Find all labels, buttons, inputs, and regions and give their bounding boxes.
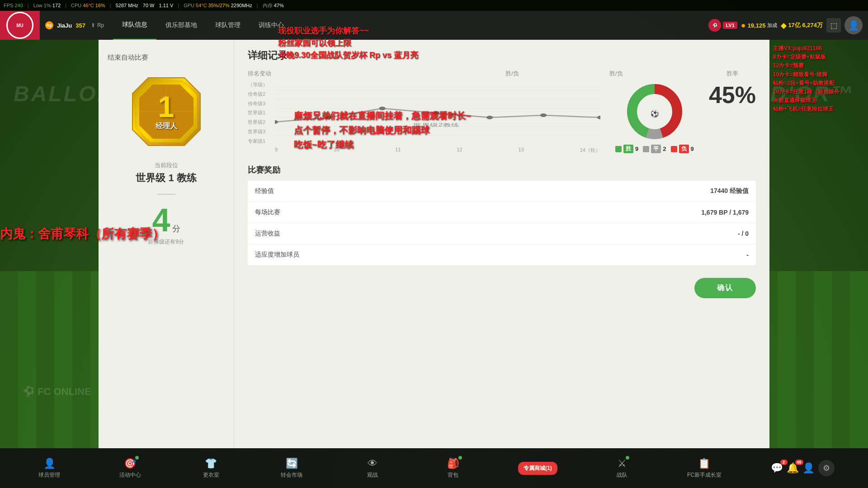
chart-svg: 世界级2教练 [275, 81, 600, 145]
reward-value-player: - [495, 244, 756, 266]
svg-point-18 [540, 113, 547, 117]
svg-point-19 [597, 116, 600, 119]
bottom-nav-player-mgmt[interactable]: 👤 球员管理 [33, 458, 65, 479]
line-chart: （等级） 传奇级2 传奇级3 世界级1 世界级2 世界级3 专家级1 [248, 81, 600, 154]
nav-menu: 球队信息 俱乐部基地 球队管理 训练中心 [104, 11, 708, 40]
reward-value-revenue: - / 0 [495, 223, 756, 244]
table-row-exp: 经验值 17440 经验值 [248, 181, 756, 202]
guild-badge-dot [626, 456, 629, 460]
chart-x-labels: 9 10 11 12 13 14（轮） [275, 147, 600, 154]
chart-section: 排名变动 胜/负 （等级） 传奇级2 传奇级3 世界级1 世界级2 世界级3 专… [248, 70, 756, 154]
right-panel: 详细记录 排名变动 胜/负 （等级） 传奇级2 传奇级3 世界级1 世界级2 [234, 40, 769, 448]
line-chart-container: 排名变动 胜/负 （等级） 传奇级2 传奇级3 世界级1 世界级2 世界级3 专… [248, 70, 600, 154]
current-rank-value: 世界级 1 教练 [136, 171, 196, 185]
spectate-icon: 👁 [368, 458, 377, 469]
low1-display: Low 1% 172 [33, 3, 61, 8]
chart-header: 排名变动 胜/负 [248, 70, 600, 78]
rank-divider [157, 194, 175, 195]
guild-icon: ⚔ [618, 458, 627, 469]
bottom-right-icons: 💬 2 🔔 45 👤 ⚙ [771, 460, 835, 476]
left-panel: 结束自动比赛 [99, 40, 234, 448]
backpack-icon: 🎒 [447, 458, 459, 469]
lv-badge-container: ⚽ LV1 [708, 19, 737, 32]
nav-menu-item-teammanage[interactable]: 球队管理 [206, 11, 250, 40]
confirm-btn-row: 确认 [248, 278, 756, 298]
bottom-nav-guild[interactable]: ⚔ 战队 [606, 458, 638, 479]
rank-badge-inner: 1 经理人 [156, 93, 177, 131]
cpu-display: CPU 46°C 16% [71, 3, 105, 8]
activity-badge-dot [135, 456, 139, 460]
rank-icon: ⚽ [708, 19, 721, 32]
winrate-value: 45% [709, 81, 756, 108]
player-mgmt-icon: 👤 [43, 458, 56, 469]
notif-badge[interactable]: 🔔 45 [787, 462, 799, 474]
fps-display: FPS 240 [4, 3, 23, 8]
transfer-icon: 🔄 [286, 458, 298, 469]
donut-legend: 胜 9 平 2 负 9 [615, 145, 694, 153]
mem-display: 内存 47% [263, 2, 284, 9]
bottom-nav-shop[interactable]: 专属商城(1) [518, 462, 557, 475]
rank-badge: 1 经理人 [130, 75, 203, 148]
bottom-nav-transfer[interactable]: 🔄 转会市场 [276, 458, 307, 479]
loss-dot [671, 146, 677, 152]
nav-menu-item-trainingcenter[interactable]: 训练中心 [250, 11, 293, 40]
loss-legend: 负 9 [671, 145, 694, 153]
nav-menu-item-teaminfo[interactable]: 球队信息 [113, 11, 156, 40]
power-display: 70 W [143, 3, 155, 8]
voltage-display: 1.11 V [159, 3, 174, 8]
reward-label-revenue: 运营收益 [248, 223, 495, 244]
current-rank-label: 当前段位 [155, 161, 178, 169]
fc-growth-icon: 📋 [698, 458, 710, 469]
fc-online-logo: ⚽ FC ONLINE [23, 386, 91, 398]
login-button[interactable]: ⬚ [826, 18, 841, 33]
bottom-bar: 👤 球员管理 🎯 活动中心 👕 更衣室 🔄 转会市场 👁 观战 🎒 背包 专属商… [0, 448, 868, 488]
rank-badge-container: 1 经理人 [126, 71, 207, 152]
svg-point-15 [379, 107, 385, 110]
donut-wrapper: ⚽ [625, 82, 684, 141]
bottom-nav-locker[interactable]: 👕 更衣室 [195, 458, 227, 479]
nav-bar: MU Rp JiaJu 357 ⬆ Rp 球队信息 俱乐部基地 球队管理 训练中… [0, 11, 868, 40]
friends-icon[interactable]: 👤 [802, 462, 815, 474]
currency1-display: ● 19,125 加成 [741, 21, 778, 30]
shop-special-button[interactable]: 专属商城(1) [518, 462, 557, 475]
guild-badge-container: ⚔ [618, 458, 627, 469]
score-row: 4 分 [152, 204, 180, 236]
reward-label-exp: 经验值 [248, 181, 495, 202]
reward-value-exp: 17440 经验值 [495, 181, 756, 202]
reward-value-bp: 1,679 BP / 1,679 [495, 202, 756, 223]
main-modal: 结束自动比赛 [99, 40, 769, 448]
donut-center: ⚽ [651, 104, 658, 119]
activity-icon: 🎯 [124, 458, 136, 469]
bottom-nav-backpack[interactable]: 🎒 背包 [437, 458, 469, 479]
backpack-badge-dot [458, 456, 462, 460]
right-chat-panel: 主播VX:jiaju921106 8办卡=定级赛+粘鼠板 12办卡=预赛 10办… [769, 40, 868, 118]
rp-icon: Rp [45, 21, 53, 29]
bottom-nav-fc-growth[interactable]: 📋 FC新手成长室 [687, 458, 722, 479]
nav-right: ⚽ LV1 ● 19,125 加成 ◆ 17亿 6,274万 ⬚ 👤 [708, 16, 868, 34]
backpack-badge-container: 🎒 [447, 458, 459, 469]
confirm-button[interactable]: 确认 [694, 278, 756, 298]
nav-menu-item-clubbase[interactable]: 俱乐部基地 [156, 11, 206, 40]
club-logo[interactable]: MU [0, 11, 40, 40]
draw-legend: 平 2 [643, 145, 666, 153]
winrate-section: 胜率 45% [709, 70, 756, 108]
top-bar: FPS 240 | Low 1% 172 | CPU 46°C 16% | 52… [0, 0, 868, 11]
manchester-united-logo: MU [6, 12, 33, 39]
bottom-nav-spectate[interactable]: 👁 观战 [357, 458, 388, 479]
locker-icon: 👕 [205, 458, 217, 469]
table-row-bp: 每场比赛 1,679 BP / 1,679 [248, 202, 756, 223]
avatar-button[interactable]: 👤 [844, 16, 863, 34]
svg-point-14 [326, 116, 332, 119]
table-row-player: 适应度增加球员 - [248, 244, 756, 266]
chat-badge[interactable]: 💬 2 [771, 462, 783, 474]
svg-point-17 [486, 116, 493, 119]
score-section: 4 分 距保级还有9分 [148, 204, 184, 246]
svg-point-16 [433, 111, 439, 115]
settings-button[interactable]: ⚙ [818, 460, 835, 476]
svg-text:世界级2教练: 世界级2教练 [413, 122, 460, 127]
bottom-nav-activity[interactable]: 🎯 活动中心 [114, 458, 146, 479]
rewards-title: 比赛奖励 [248, 164, 756, 175]
svg-point-13 [275, 120, 278, 124]
end-auto-label: 结束自动比赛 [108, 53, 148, 62]
chart-area: 世界级2教练 [275, 81, 600, 145]
